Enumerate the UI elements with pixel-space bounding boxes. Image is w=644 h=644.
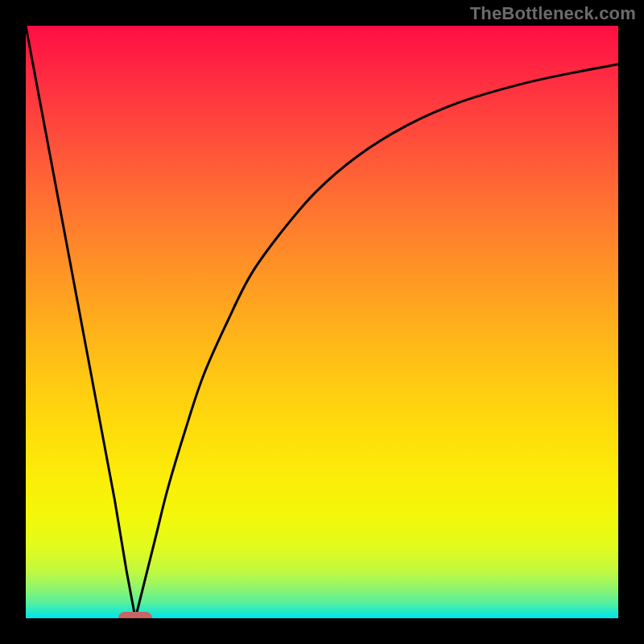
outer-frame: TheBottleneck.com — [0, 0, 644, 644]
watermark-text: TheBottleneck.com — [470, 3, 636, 24]
bottleneck-curve — [26, 26, 618, 618]
curve-layer — [26, 26, 618, 618]
plot-area — [26, 26, 618, 618]
optimal-point-marker — [118, 612, 152, 618]
